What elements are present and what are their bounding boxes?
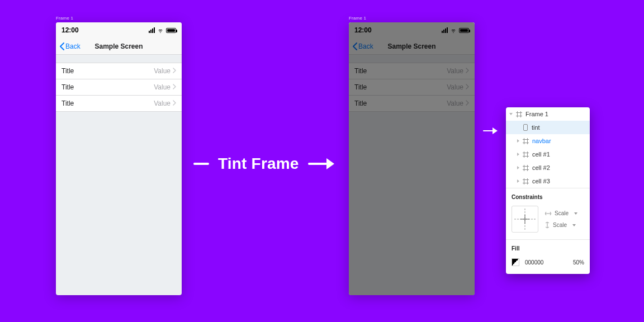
wifi-icon	[157, 28, 164, 33]
chevron-down-icon	[574, 212, 577, 215]
inspector-panel: Frame 1tintnavbarcell #1cell #2cell #3 C…	[506, 107, 590, 274]
fill-opacity[interactable]: 50%	[573, 259, 584, 266]
cell-value: Value	[154, 83, 171, 91]
sample-screen-normal: 12:00 Back Sample Screen TitleValueTitle…	[56, 22, 182, 295]
frame-icon	[523, 151, 529, 158]
annotation-text: Tint Frame	[218, 155, 299, 173]
svg-rect-0	[524, 125, 528, 131]
fill-swatch[interactable]	[512, 258, 519, 266]
frame-icon	[523, 165, 529, 171]
frame-label-left: Frame 1	[56, 16, 73, 21]
disclosure-triangle-icon[interactable]	[517, 139, 519, 143]
disclosure-triangle-icon[interactable]	[517, 179, 519, 183]
arrow-right-small-icon	[483, 127, 498, 134]
layer-name: tint	[532, 124, 540, 131]
chevron-right-icon	[173, 83, 176, 91]
frame-icon	[523, 178, 529, 184]
constraint-h-label: Scale	[555, 210, 569, 216]
annotation-label: Tint Frame	[193, 155, 334, 173]
chevron-right-icon	[173, 100, 176, 107]
layer-row[interactable]: tint	[506, 121, 590, 134]
status-time: 12:00	[61, 26, 79, 34]
back-label: Back	[65, 42, 80, 50]
signal-icon	[149, 27, 155, 33]
horizontal-icon	[545, 211, 551, 216]
layers-list: Frame 1tintnavbarcell #1cell #2cell #3	[506, 107, 590, 188]
constraint-v-label: Scale	[553, 222, 567, 228]
chevron-left-icon	[59, 42, 64, 50]
table-row[interactable]: TitleValue	[56, 96, 182, 111]
frame-icon	[516, 111, 522, 117]
vertical-icon	[545, 222, 550, 228]
cell-value: Value	[154, 67, 171, 75]
frame-label-right: Frame 1	[349, 16, 366, 21]
battery-icon	[166, 28, 176, 33]
constraint-horizontal-dropdown[interactable]: Scale	[545, 210, 577, 216]
disclosure-triangle-icon[interactable]	[517, 153, 519, 156]
layer-row[interactable]: cell #1	[506, 148, 590, 161]
fill-hex[interactable]: 000000	[525, 259, 543, 266]
tint-overlay	[349, 22, 475, 295]
layer-name: cell #3	[532, 178, 550, 184]
cell-value: Value	[154, 100, 171, 107]
nav-bar: Back Sample Screen	[56, 38, 182, 55]
dash-icon	[193, 163, 209, 165]
layer-name: Frame 1	[525, 111, 548, 117]
layer-row[interactable]: navbar	[506, 134, 590, 148]
constraints-header: Constraints	[506, 188, 590, 203]
rectangle-icon	[523, 124, 528, 131]
nav-title: Sample Screen	[94, 42, 143, 50]
chevron-down-icon	[572, 224, 576, 226]
disclosure-triangle-icon[interactable]	[509, 113, 513, 115]
layer-name: navbar	[532, 138, 551, 144]
cell-title: Title	[61, 67, 74, 75]
chevron-right-icon	[173, 67, 176, 75]
table-row[interactable]: TitleValue	[56, 63, 182, 79]
layer-name: cell #2	[532, 164, 550, 171]
back-button[interactable]: Back	[59, 42, 80, 50]
cell-title: Title	[61, 83, 74, 91]
layer-name: cell #1	[532, 151, 550, 158]
table-view: TitleValueTitleValueTitleValue	[56, 63, 182, 112]
disclosure-triangle-icon[interactable]	[517, 166, 519, 169]
frame-icon	[523, 138, 529, 144]
layer-row[interactable]: cell #3	[506, 174, 590, 188]
table-row[interactable]: TitleValue	[56, 79, 182, 96]
layer-row[interactable]: cell #2	[506, 161, 590, 174]
constraint-vertical-dropdown[interactable]: Scale	[545, 222, 577, 228]
layer-row[interactable]: Frame 1	[506, 107, 590, 121]
arrow-right-icon	[308, 158, 334, 169]
status-bar: 12:00	[56, 22, 182, 38]
sample-screen-tinted: 12:00 Back Sample Screen TitleValueTitle…	[349, 22, 475, 295]
fill-header: Fill	[506, 240, 590, 255]
constraint-widget[interactable]	[512, 206, 538, 233]
cell-title: Title	[61, 100, 74, 107]
